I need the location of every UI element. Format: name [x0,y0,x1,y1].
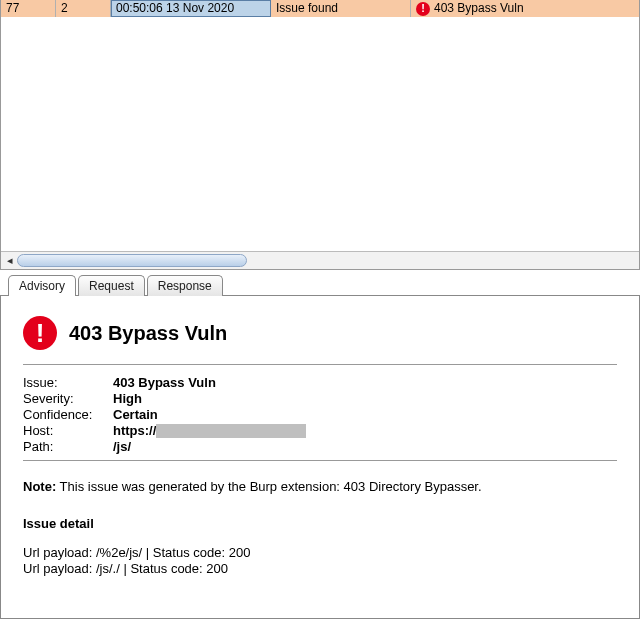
issue-title-row: ! 403 Bypass Vuln [23,316,617,350]
label-host: Host: [23,423,113,438]
cell-time-selected[interactable]: 00:50:06 13 Nov 2020 [111,0,271,17]
scroll-thumb[interactable] [17,254,247,267]
payload-line: Url payload: /js/./ | Status code: 200 [23,561,617,576]
value-issue: 403 Bypass Vuln [113,375,617,390]
value-severity: High [113,391,617,406]
alert-icon: ! [23,316,57,350]
scroll-left-icon[interactable]: ◂ [3,254,17,268]
redacted-host [156,424,306,438]
tab-request[interactable]: Request [78,275,145,296]
cell-sub: 2 [56,0,111,17]
alert-icon: ! [416,2,430,16]
cell-issue: ! 403 Bypass Vuln [411,0,639,17]
tabs-bar: Advisory Request Response [0,270,640,296]
value-host: https:// [113,423,617,438]
tab-response[interactable]: Response [147,275,223,296]
separator [23,364,617,365]
host-prefix: https:// [113,423,156,438]
note-label: Note: [23,479,56,494]
horizontal-scrollbar[interactable]: ◂ [1,251,639,269]
issue-title: 403 Bypass Vuln [69,322,227,345]
issue-detail-heading: Issue detail [23,516,617,531]
label-severity: Severity: [23,391,113,406]
table-row[interactable]: 77 2 00:50:06 13 Nov 2020 Issue found ! … [1,0,639,17]
issue-meta-table: Issue: 403 Bypass Vuln Severity: High Co… [23,375,617,454]
value-path: /js/ [113,439,617,454]
label-path: Path: [23,439,113,454]
cell-index: 77 [1,0,56,17]
label-confidence: Confidence: [23,407,113,422]
tab-advisory[interactable]: Advisory [8,275,76,296]
label-issue: Issue: [23,375,113,390]
separator [23,460,617,461]
issues-table-pane: 77 2 00:50:06 13 Nov 2020 Issue found ! … [0,0,640,270]
advisory-panel: ! 403 Bypass Vuln Issue: 403 Bypass Vuln… [0,296,640,619]
cell-status: Issue found [271,0,411,17]
cell-issue-text: 403 Bypass Vuln [434,0,524,17]
payload-line: Url payload: /%2e/js/ | Status code: 200 [23,545,617,560]
value-confidence: Certain [113,407,617,422]
note-text: This issue was generated by the Burp ext… [56,479,481,494]
note-line: Note: This issue was generated by the Bu… [23,479,617,494]
